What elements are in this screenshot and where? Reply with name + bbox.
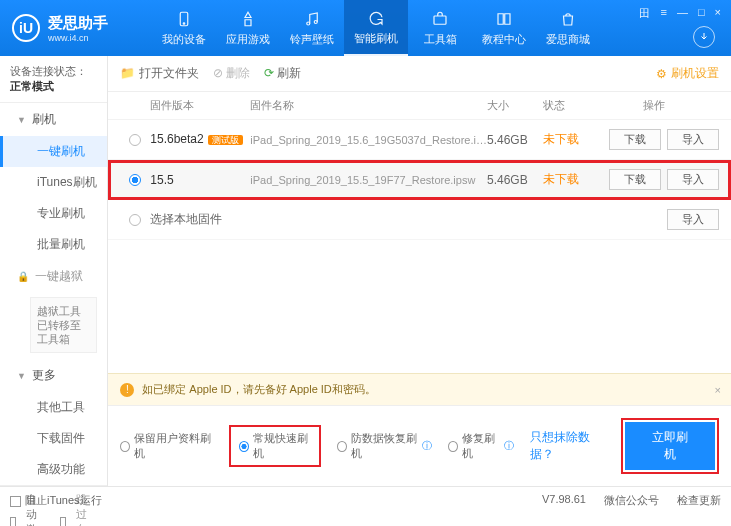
group-jailbreak[interactable]: 🔒一键越狱 — [0, 260, 107, 293]
col-action: 操作 — [589, 98, 719, 113]
book-icon — [495, 10, 513, 28]
download-button[interactable]: 下载 — [609, 169, 661, 190]
erase-only-link[interactable]: 只想抹除数据？ — [530, 429, 605, 463]
group-more[interactable]: ▼更多 — [0, 359, 107, 392]
logo-icon: iU — [12, 14, 40, 42]
fw-size: 5.46GB — [487, 133, 543, 147]
folder-icon: 📁 — [120, 66, 135, 80]
refresh-icon — [367, 9, 385, 27]
local-firmware-row[interactable]: 选择本地固件 导入 — [108, 200, 731, 240]
warning-text: 如已绑定 Apple ID，请先备好 Apple ID和密码。 — [142, 382, 376, 397]
info-icon[interactable]: ⓘ — [504, 439, 514, 453]
close-warning-icon[interactable]: × — [715, 384, 721, 396]
collapse-icon: ▼ — [17, 371, 26, 381]
row-radio[interactable] — [120, 134, 150, 146]
win-grid-icon[interactable]: 田 — [639, 6, 650, 21]
row-radio[interactable] — [120, 214, 150, 226]
win-min-icon[interactable]: — — [677, 6, 688, 21]
gear-icon: ⚙ — [656, 67, 667, 81]
nav-ringtone[interactable]: 铃声壁纸 — [280, 0, 344, 56]
fw-size: 5.46GB — [487, 173, 543, 187]
import-button[interactable]: 导入 — [667, 169, 719, 190]
group-flash[interactable]: ▼刷机 — [0, 103, 107, 136]
col-size: 大小 — [487, 98, 543, 113]
table-header: 固件版本 固件名称 大小 状态 操作 — [108, 92, 731, 120]
info-icon[interactable]: ⓘ — [422, 439, 432, 453]
jailbreak-moved-notice: 越狱工具已转移至 工具箱 — [30, 297, 97, 353]
nav-flash[interactable]: 智能刷机 — [344, 0, 408, 56]
sidebar-item-itunes[interactable]: iTunes刷机 — [0, 167, 107, 198]
col-name: 固件名称 — [250, 98, 487, 113]
refresh-button[interactable]: ⟳ 刷新 — [264, 65, 301, 82]
beta-badge: 测试版 — [208, 135, 243, 145]
col-version: 固件版本 — [150, 98, 250, 113]
import-button[interactable]: 导入 — [667, 129, 719, 150]
win-max-icon[interactable]: □ — [698, 6, 705, 21]
collapse-icon: ▼ — [17, 115, 26, 125]
win-menu-icon[interactable]: ≡ — [660, 6, 666, 21]
toolbar: 📁 打开文件夹 ⊘ 删除 ⟳ 刷新 ⚙刷机设置 — [108, 56, 731, 92]
firmware-row[interactable]: 15.5 iPad_Spring_2019_15.5_19F77_Restore… — [108, 160, 731, 200]
window-controls: 田 ≡ — □ × — [639, 6, 721, 21]
col-state: 状态 — [543, 98, 589, 113]
sidebar-item-batch[interactable]: 批量刷机 — [0, 229, 107, 260]
win-close-icon[interactable]: × — [715, 6, 721, 21]
lock-icon: 🔒 — [17, 271, 29, 282]
sidebar-item-download[interactable]: 下载固件 — [0, 423, 107, 454]
sidebar-item-pro[interactable]: 专业刷机 — [0, 198, 107, 229]
row-radio[interactable] — [120, 174, 150, 186]
sidebar-item-advanced[interactable]: 高级功能 — [0, 454, 107, 485]
app-name-en: www.i4.cn — [48, 33, 108, 43]
fw-filename: iPad_Spring_2019_15.5_19F77_Restore.ipsw — [250, 174, 487, 186]
fw-state: 未下载 — [543, 171, 589, 188]
connection-status: 设备连接状态：正常模式 — [0, 56, 107, 103]
nav-tutorial[interactable]: 教程中心 — [472, 0, 536, 56]
nav-toolbox[interactable]: 工具箱 — [408, 0, 472, 56]
titlebar: iU 爱思助手 www.i4.cn 我的设备 应用游戏 铃声壁纸 智能刷机 工具… — [0, 0, 731, 56]
sidebar-item-other[interactable]: 其他工具 — [0, 392, 107, 423]
firmware-row[interactable]: 15.6beta2测试版 iPad_Spring_2019_15.6_19G50… — [108, 120, 731, 160]
block-itunes-option[interactable]: 阻止iTunes运行 — [10, 493, 102, 508]
fw-version: 15.5 — [150, 173, 173, 187]
svg-point-2 — [307, 22, 310, 25]
phone-icon — [175, 10, 193, 28]
sidebar: 设备连接状态：正常模式 ▼刷机 一键刷机 iTunes刷机 专业刷机 批量刷机 … — [0, 56, 108, 486]
nav-store[interactable]: 爱思商城 — [536, 0, 600, 56]
flash-options: 保留用户资料刷机 常规快速刷机 防数据恢复刷机ⓘ 修复刷机ⓘ 只想抹除数据？ 立… — [108, 405, 731, 486]
local-fw-label: 选择本地固件 — [150, 211, 589, 228]
flash-now-button[interactable]: 立即刷机 — [625, 422, 715, 470]
svg-point-3 — [314, 20, 317, 23]
top-nav: 我的设备 应用游戏 铃声壁纸 智能刷机 工具箱 教程中心 爱思商城 — [152, 0, 719, 56]
block-itunes-checkbox[interactable] — [10, 496, 21, 507]
music-icon — [303, 10, 321, 28]
app-name-cn: 爱思助手 — [48, 14, 108, 33]
opt-repair[interactable]: 修复刷机ⓘ — [448, 431, 513, 461]
download-indicator-icon[interactable] — [693, 26, 715, 48]
statusbar: 阻止iTunes运行 V7.98.61 微信公众号 检查更新 — [0, 486, 731, 514]
flash-settings-button[interactable]: ⚙刷机设置 — [656, 65, 719, 82]
nav-my-device[interactable]: 我的设备 — [152, 0, 216, 56]
skip-guide-checkbox[interactable] — [60, 517, 66, 527]
fw-filename: iPad_Spring_2019_15.6_19G5037d_Restore.i… — [250, 134, 487, 146]
bag-icon — [559, 10, 577, 28]
fw-state: 未下载 — [543, 131, 589, 148]
delete-button[interactable]: ⊘ 删除 — [213, 65, 250, 82]
check-update-link[interactable]: 检查更新 — [677, 493, 721, 508]
svg-point-1 — [183, 22, 185, 24]
import-button[interactable]: 导入 — [667, 209, 719, 230]
nav-apps[interactable]: 应用游戏 — [216, 0, 280, 56]
open-folder-button[interactable]: 📁 打开文件夹 — [120, 65, 198, 82]
auto-activate-checkbox[interactable] — [10, 517, 16, 527]
opt-normal-fast[interactable]: 常规快速刷机 — [229, 425, 322, 467]
wechat-link[interactable]: 微信公众号 — [604, 493, 659, 508]
sidebar-item-oneclick[interactable]: 一键刷机 — [0, 136, 107, 167]
svg-rect-4 — [434, 16, 446, 24]
delete-icon: ⊘ — [213, 66, 223, 80]
download-button[interactable]: 下载 — [609, 129, 661, 150]
toolbox-icon — [431, 10, 449, 28]
opt-anti-recovery[interactable]: 防数据恢复刷机ⓘ — [337, 431, 432, 461]
refresh-icon: ⟳ — [264, 66, 274, 80]
opt-keep-data[interactable]: 保留用户资料刷机 — [120, 431, 212, 461]
app-logo: iU 爱思助手 www.i4.cn — [12, 14, 152, 43]
apple-id-warning: ! 如已绑定 Apple ID，请先备好 Apple ID和密码。 × — [108, 373, 731, 405]
